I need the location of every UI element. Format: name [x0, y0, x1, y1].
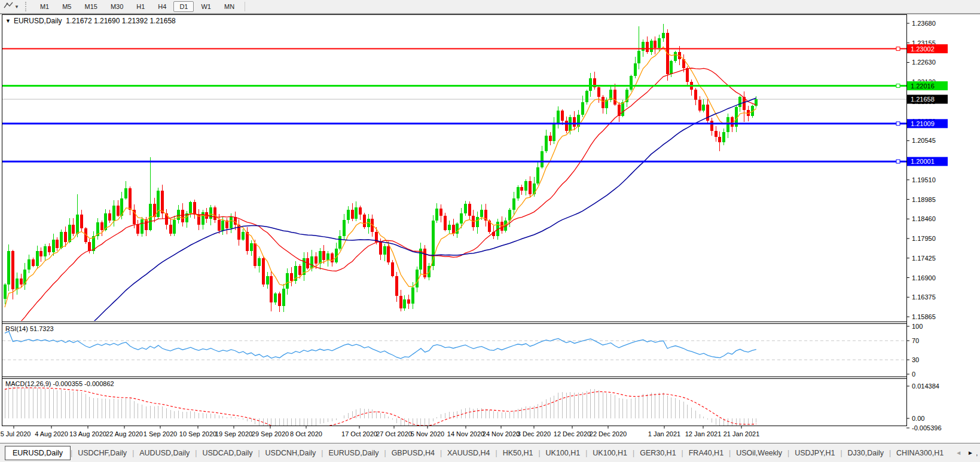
chart-tab-usdcnh-daily[interactable]: USDCNH,Daily: [260, 446, 322, 460]
svg-text:0.014384: 0.014384: [912, 383, 939, 390]
svg-text:1.23680: 1.23680: [912, 20, 936, 27]
timeframe-button-w1[interactable]: W1: [195, 1, 217, 12]
svg-text:19 Sep 2020: 19 Sep 2020: [215, 430, 252, 437]
svg-text:29 Sep 2020: 29 Sep 2020: [252, 430, 289, 437]
chart-tabs: EURUSD,Daily|USDCHF,Daily|AUDUSD,Daily|U…: [0, 446, 980, 460]
timeframe-button-h1[interactable]: H1: [130, 1, 151, 12]
chart-tab-bar: EURUSD,Daily|USDCHF,Daily|AUDUSD,Daily|U…: [0, 443, 980, 462]
chart-tab-hk50-h1[interactable]: HK50,H1: [497, 446, 539, 460]
svg-text:21 Jan 2021: 21 Jan 2021: [723, 430, 760, 437]
timeframe-button-m1[interactable]: M1: [34, 1, 55, 12]
svg-text:1.19510: 1.19510: [912, 176, 936, 183]
svg-text:22 Dec 2020: 22 Dec 2020: [590, 430, 627, 437]
svg-text:1.17950: 1.17950: [912, 235, 936, 242]
svg-text:3 Dec 2020: 3 Dec 2020: [517, 430, 551, 437]
svg-text:17 Oct 2020: 17 Oct 2020: [341, 430, 377, 437]
svg-text:1.16900: 1.16900: [912, 274, 936, 282]
svg-text:1.22016: 1.22016: [911, 82, 935, 90]
svg-text:30: 30: [912, 356, 919, 363]
scroll-right-icon[interactable]: ►: [964, 448, 976, 457]
chart-title: ▼EURUSD,Daily 1.21672 1.21690 1.21392 1.…: [5, 17, 176, 25]
macd-indicator-label: MACD(12,26,9) -0.000355 -0.000862: [5, 380, 114, 387]
svg-text:1.18460: 1.18460: [912, 215, 936, 222]
chevron-down-icon: ▼: [14, 4, 19, 10]
svg-text:24 Nov 2020: 24 Nov 2020: [483, 430, 520, 437]
svg-text:13 Aug 2020: 13 Aug 2020: [69, 430, 106, 437]
svg-text:8 Oct 2020: 8 Oct 2020: [290, 430, 322, 437]
timeframe-button-m5[interactable]: M5: [56, 1, 77, 12]
chart-tab-uk100-h1[interactable]: UK100,H1: [587, 446, 633, 460]
chart-tab-dj30-daily[interactable]: DJ30,Daily: [842, 446, 889, 460]
tab-scroll-arrows: ◄ ►: [949, 443, 976, 462]
svg-text:1.15865: 1.15865: [912, 313, 936, 320]
timeframe-toolbar: ▼ M1M5M15M30H1H4D1W1MN: [0, 0, 980, 14]
svg-text:25 Jul 2020: 25 Jul 2020: [0, 430, 30, 437]
collapse-icon[interactable]: ▼: [5, 18, 11, 24]
svg-text:-0.005396: -0.005396: [912, 424, 942, 432]
svg-text:14 Nov 2020: 14 Nov 2020: [447, 430, 484, 437]
chart-symbol-label: EURUSD,Daily: [14, 17, 62, 25]
toolbar-separator: [245, 2, 245, 11]
svg-text:0.00: 0.00: [912, 415, 924, 422]
svg-text:1 Sep 2020: 1 Sep 2020: [144, 430, 177, 437]
scroll-left-icon[interactable]: ◄: [952, 448, 964, 457]
chart-tab-usoil-weekly[interactable]: USOil,Weekly: [731, 446, 787, 460]
timeframe-buttons: M1M5M15M30H1H4D1W1MN: [33, 1, 241, 12]
chart-tab-eurusd-daily[interactable]: EURUSD,Daily: [323, 446, 384, 460]
svg-text:5 Nov 2020: 5 Nov 2020: [411, 430, 444, 437]
svg-text:1.20001: 1.20001: [911, 158, 935, 165]
svg-text:70: 70: [912, 337, 919, 344]
chart-tab-usdchf-daily[interactable]: USDCHF,Daily: [72, 446, 132, 460]
timeframe-button-d1[interactable]: D1: [173, 1, 194, 12]
trading-platform-window: ▼ M1M5M15M30H1H4D1W1MN 1.236801.231551.2…: [0, 0, 980, 462]
chart-tab-ger30-h1[interactable]: GER30,H1: [634, 446, 681, 460]
svg-text:22 Aug 2020: 22 Aug 2020: [106, 430, 143, 437]
chart-tab-china300-h1[interactable]: CHINA300,H1: [891, 446, 949, 460]
svg-text:1 Jan 2021: 1 Jan 2021: [648, 430, 680, 437]
line-tool-button[interactable]: ▼: [1, 1, 22, 13]
svg-text:1.21009: 1.21009: [911, 120, 935, 127]
timeframe-button-m30[interactable]: M30: [105, 1, 129, 12]
svg-text:1.23002: 1.23002: [911, 45, 935, 53]
svg-text:10 Sep 2020: 10 Sep 2020: [179, 430, 216, 437]
svg-text:27 Oct 2020: 27 Oct 2020: [376, 430, 412, 437]
chart-tab-usdcad-daily[interactable]: USDCAD,Daily: [197, 446, 258, 460]
chart-tab-uk100-h1[interactable]: UK100,H1: [541, 446, 586, 460]
toolbar-grip: [25, 2, 29, 11]
timeframe-button-h4[interactable]: H4: [152, 1, 172, 12]
rsi-indicator-label: RSI(14) 51.7323: [5, 325, 54, 332]
svg-text:0: 0: [912, 371, 915, 378]
svg-text:4 Aug 2020: 4 Aug 2020: [35, 430, 68, 437]
svg-text:1.17425: 1.17425: [912, 255, 936, 262]
svg-text:100: 100: [912, 323, 923, 330]
svg-text:1.22630: 1.22630: [912, 59, 936, 66]
svg-text:1.18985: 1.18985: [912, 196, 936, 203]
chart-tab-audusd-daily[interactable]: AUDUSD,Daily: [134, 446, 195, 460]
svg-text:1.20545: 1.20545: [912, 137, 936, 144]
chart-tab-xauusd-h4[interactable]: XAUUSD,H4: [442, 446, 496, 460]
chart-ohlc-quotes: 1.21672 1.21690 1.21392 1.21658: [66, 17, 176, 25]
timeframe-button-m15[interactable]: M15: [78, 1, 103, 12]
svg-text:12 Dec 2020: 12 Dec 2020: [554, 430, 591, 437]
svg-text:1.21658: 1.21658: [911, 96, 935, 103]
timeframe-button-mn[interactable]: MN: [218, 1, 240, 12]
chart-canvas[interactable]: 1.236801.231551.226301.221201.215951.210…: [0, 0, 980, 462]
chart-tab-fra40-h1[interactable]: FRA40,H1: [683, 446, 729, 460]
svg-text:12 Jan 2021: 12 Jan 2021: [685, 430, 722, 437]
svg-text:1.16375: 1.16375: [912, 293, 936, 301]
chart-tab-eurusd-daily[interactable]: EURUSD,Daily: [5, 446, 71, 460]
chart-tab-usdjpy-h1[interactable]: USDJPY,H1: [789, 446, 840, 460]
line-tool-icon: [4, 1, 13, 12]
chart-tab-gbpusd-h4[interactable]: GBPUSD,H4: [386, 446, 440, 460]
